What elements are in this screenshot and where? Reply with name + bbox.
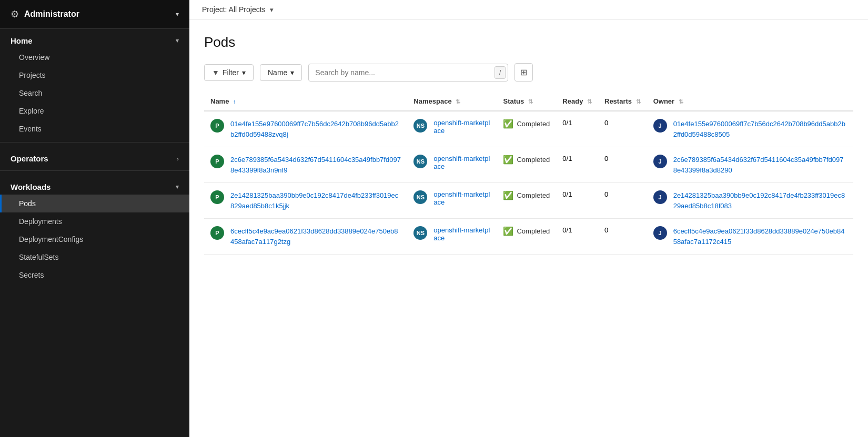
sidebar-item-projects[interactable]: Projects — [0, 66, 189, 84]
status-label: Completed — [517, 227, 550, 235]
pods-table: Name ↑ Namespace ⇅ Status ⇅ Ready ⇅ — [204, 92, 853, 255]
namespace-link[interactable]: openshift-marketplace — [433, 155, 490, 170]
page-title: Pods — [204, 34, 853, 50]
pod-name-cell: P 2c6e789385f6a5434d632f67d5411604c35a49… — [204, 147, 407, 183]
restarts-value: 0 — [604, 119, 608, 127]
ns-badge: NS — [413, 226, 427, 240]
table-row: P 6cecff5c4e9ac9ea0621f33d8628dd33889e02… — [204, 219, 853, 255]
pod-restarts-cell: 0 — [598, 183, 647, 219]
pod-name-cell: P 01e4fe155e97600069ff7c7b56dc2642b708b9… — [204, 111, 407, 147]
sidebar-item-deploymentconfigs[interactable]: DeploymentConfigs — [0, 230, 189, 248]
admin-title: Administrator — [24, 9, 79, 19]
ns-badge: NS — [413, 155, 427, 168]
owner-link[interactable]: 2e14281325baa390bb9e0c192c8417de4fb233ff… — [673, 190, 847, 211]
pod-name-cell: P 6cecff5c4e9ac9ea0621f33d8628dd33889e02… — [204, 219, 407, 255]
columns-button[interactable]: ⊞ — [514, 63, 533, 82]
status-label: Completed — [517, 120, 550, 128]
filter-button[interactable]: ▼ Filter ▾ — [204, 64, 254, 81]
pod-badge: P — [210, 119, 224, 133]
pod-badge: P — [210, 226, 224, 240]
pod-name-link[interactable]: 2e14281325baa390bb9e0c192c8417de4fb233ff… — [230, 190, 401, 211]
pod-restarts-cell: 0 — [598, 219, 647, 255]
pod-namespace-cell: NS openshift-marketplace — [407, 183, 497, 219]
col-header-restarts[interactable]: Restarts ⇅ — [598, 92, 647, 111]
search-input-wrapper: / — [308, 64, 508, 82]
filter-arrow-icon: ▾ — [242, 68, 246, 77]
pod-ready-cell: 0/1 — [556, 111, 598, 147]
owner-link[interactable]: 6cecff5c4e9ac9ea0621f33d8628dd33889e024e… — [673, 226, 847, 247]
project-selector[interactable]: Project: All Projects ▾ — [202, 5, 274, 14]
pod-owner-cell: J 01e4fe155e97600069ff7c7b56dc2642b708b9… — [647, 111, 853, 147]
home-section-title[interactable]: Home ▾ — [11, 36, 179, 45]
search-kbd: / — [494, 66, 506, 79]
owner-link[interactable]: 2c6e789385f6a5434d632f67d5411604c35a49fb… — [673, 155, 847, 175]
workloads-arrow: ▾ — [176, 184, 179, 190]
status-label: Completed — [517, 191, 550, 199]
pod-status-cell: ✅ Completed — [497, 219, 556, 255]
namespace-link[interactable]: openshift-marketplace — [433, 226, 490, 242]
sidebar-item-secrets[interactable]: Secrets — [0, 266, 189, 284]
pod-name-link[interactable]: 01e4fe155e97600069ff7c7b56dc2642b708b96d… — [230, 119, 401, 139]
workloads-section: Workloads ▾ — [0, 175, 189, 195]
namespace-sort-icon: ⇅ — [456, 98, 460, 105]
col-header-status[interactable]: Status ⇅ — [497, 92, 556, 111]
content-area: Pods ▼ Filter ▾ Name ▾ / ⊞ — [189, 19, 868, 437]
name-sort-asc-icon: ↑ — [233, 98, 236, 105]
sidebar-admin-header[interactable]: ⚙ Administrator ▾ — [0, 0, 189, 29]
sidebar: ⚙ Administrator ▾ Home ▾ Overview Projec… — [0, 0, 189, 437]
pod-restarts-cell: 0 — [598, 111, 647, 147]
status-check-icon: ✅ — [503, 190, 513, 200]
operators-section-title[interactable]: Operators › — [11, 154, 179, 163]
home-section: Home ▾ — [0, 29, 189, 48]
sidebar-item-events[interactable]: Events — [0, 120, 189, 138]
operators-arrow: › — [177, 156, 179, 162]
divider-1 — [0, 142, 189, 143]
workloads-section-title[interactable]: Workloads ▾ — [11, 182, 179, 191]
search-input[interactable] — [309, 65, 492, 80]
ready-value: 0/1 — [562, 190, 572, 198]
restarts-value: 0 — [604, 155, 608, 162]
pod-name-link[interactable]: 6cecff5c4e9ac9ea0621f33d8628dd33889e024e… — [230, 226, 401, 247]
col-header-owner[interactable]: Owner ⇅ — [647, 92, 853, 111]
top-bar: Project: All Projects ▾ — [189, 0, 868, 19]
pod-ready-cell: 0/1 — [556, 183, 598, 219]
pod-name-link[interactable]: 2c6e789385f6a5434d632f67d5411604c35a49fb… — [230, 155, 401, 175]
col-header-name[interactable]: Name ↑ — [204, 92, 407, 111]
pod-ready-cell: 0/1 — [556, 147, 598, 183]
table-header-row: Name ↑ Namespace ⇅ Status ⇅ Ready ⇅ — [204, 92, 853, 111]
home-arrow: ▾ — [176, 37, 179, 44]
pod-owner-cell: J 2c6e789385f6a5434d632f67d5411604c35a49… — [647, 147, 853, 183]
sidebar-item-statefulsets[interactable]: StatefulSets — [0, 248, 189, 266]
ready-sort-icon: ⇅ — [587, 98, 592, 105]
pod-status-cell: ✅ Completed — [497, 183, 556, 219]
table-row: P 01e4fe155e97600069ff7c7b56dc2642b708b9… — [204, 111, 853, 147]
owner-link[interactable]: 01e4fe155e97600069ff7c7b56dc2642b708b96d… — [673, 119, 847, 139]
sidebar-item-pods[interactable]: Pods — [0, 195, 189, 212]
admin-arrow: ▾ — [176, 11, 179, 18]
columns-icon: ⊞ — [520, 68, 527, 77]
table-row: P 2e14281325baa390bb9e0c192c8417de4fb233… — [204, 183, 853, 219]
project-label: Project: All Projects — [202, 5, 266, 14]
sidebar-item-deployments[interactable]: Deployments — [0, 212, 189, 230]
restarts-sort-icon: ⇅ — [636, 98, 641, 105]
col-header-ready[interactable]: Ready ⇅ — [556, 92, 598, 111]
namespace-link[interactable]: openshift-marketplace — [433, 190, 490, 206]
name-select-chevron-icon: ▾ — [290, 68, 294, 77]
sidebar-item-explore[interactable]: Explore — [0, 102, 189, 120]
gear-icon: ⚙ — [11, 8, 19, 20]
status-check-icon: ✅ — [503, 155, 513, 165]
sidebar-item-search[interactable]: Search — [0, 84, 189, 102]
namespace-link[interactable]: openshift-marketplace — [433, 119, 490, 135]
main-content: Project: All Projects ▾ Pods ▼ Filter ▾ … — [189, 0, 868, 437]
pod-badge: P — [210, 155, 224, 168]
owner-sort-icon: ⇅ — [679, 98, 683, 105]
status-label: Completed — [517, 156, 550, 164]
pod-ready-cell: 0/1 — [556, 219, 598, 255]
owner-badge: J — [653, 155, 667, 168]
filter-bar: ▼ Filter ▾ Name ▾ / ⊞ — [204, 63, 853, 82]
sidebar-item-overview[interactable]: Overview — [0, 48, 189, 66]
pod-badge: P — [210, 190, 224, 204]
project-chevron-icon: ▾ — [270, 6, 274, 14]
name-select-button[interactable]: Name ▾ — [260, 64, 302, 81]
col-header-namespace[interactable]: Namespace ⇅ — [407, 92, 497, 111]
